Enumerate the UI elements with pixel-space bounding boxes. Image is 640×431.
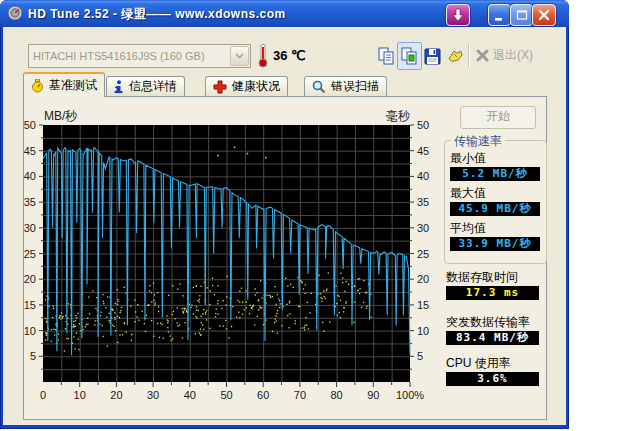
svg-text:毫秒: 毫秒 [386,109,410,123]
exit-label: 退出(X) [493,47,533,64]
svg-text:90: 90 [367,389,379,401]
minimize-icon [493,8,507,22]
svg-text:15: 15 [24,299,36,311]
benchmark-chart: 5510101515202025253030353540404545505001… [20,108,440,408]
svg-text:30: 30 [147,389,159,401]
svg-text:10: 10 [24,325,36,337]
stat-access-label: 数据存取时间 [446,269,518,286]
options-button[interactable] [443,42,468,70]
svg-text:0: 0 [40,389,46,401]
stat-avg-value: 33.9 MB/秒 [450,237,540,251]
svg-text:30: 30 [417,222,429,234]
stat-burst-label: 突发数据传输率 [446,314,530,331]
svg-text:50: 50 [417,119,429,131]
options-icon [446,47,465,66]
svg-text:5: 5 [417,350,423,362]
svg-text:20: 20 [110,389,122,401]
temperature-readout: 36 ℃ [273,48,306,63]
svg-text:10: 10 [74,389,86,401]
tab-info[interactable]: 信息详情 [106,76,185,96]
svg-text:30: 30 [24,222,36,234]
stat-avg-label: 平均值 [450,220,486,237]
save-icon [423,47,442,66]
benchmark-icon [31,79,44,93]
close-button[interactable] [532,4,556,26]
thermometer-icon [257,43,269,68]
download-button[interactable] [446,4,470,26]
svg-text:40: 40 [184,389,196,401]
stat-max-label: 最大值 [450,185,486,202]
copy-screenshot-button[interactable] [397,42,422,70]
svg-text:40: 40 [417,170,429,182]
svg-text:10: 10 [417,325,429,337]
maximize-icon [515,8,529,22]
stat-cpu-value: 3.6% [446,372,539,386]
window-title: HD Tune 2.52 - 绿盟—— www.xdowns.com [28,6,286,23]
stat-min-value: 5.2 MB/秒 [450,167,540,181]
stat-cpu-label: CPU 使用率 [446,355,511,372]
combo-dropdown-button[interactable] [230,46,249,66]
svg-text:20: 20 [417,273,429,285]
info-icon [114,80,124,94]
health-icon [213,80,227,94]
close-icon [537,8,551,22]
tab-error-scan[interactable]: 错误扫描 [304,76,387,96]
tab-benchmark[interactable]: 基准测试 [23,72,105,97]
svg-text:40: 40 [24,170,36,182]
stat-burst-value: 83.4 MB/秒 [446,331,539,345]
svg-text:60: 60 [257,389,269,401]
temperature-value: 36 [273,48,287,63]
toolbar-separator [468,44,470,67]
stat-max-value: 45.9 MB/秒 [450,202,540,216]
tab-label: 基准测试 [49,77,97,94]
stat-access-value: 17.3 ms [446,286,539,300]
tab-health[interactable]: 健康状况 [205,76,288,96]
svg-text:45: 45 [417,145,429,157]
save-button[interactable] [420,42,445,70]
screenshot-stage: HD Tune 2.52 - 绿盟—— www.xdowns.com [0,0,640,431]
groupbox-title: 传输速率 [451,133,505,150]
svg-text:5: 5 [30,350,36,362]
svg-text:80: 80 [330,389,342,401]
copy-button[interactable] [374,42,399,70]
maximize-button[interactable] [510,4,533,26]
svg-text:35: 35 [24,196,36,208]
drive-select-combo[interactable]: HITACHI HTS541616J9S (160 GB) [28,44,251,68]
svg-text:35: 35 [417,196,429,208]
tab-label: 错误扫描 [331,78,379,95]
chevron-down-icon [235,53,244,59]
svg-text:45: 45 [24,145,36,157]
download-arrow-icon [451,8,465,22]
titlebar[interactable]: HD Tune 2.52 - 绿盟—— www.xdowns.com [0,0,569,27]
drive-select-value: HITACHI HTS541616J9S (160 GB) [29,50,230,62]
tab-label: 信息详情 [129,78,177,95]
axis-unit-labels: MB/秒毫秒 [44,109,410,123]
svg-text:20: 20 [24,273,36,285]
app-icon [7,5,23,21]
svg-text:MB/秒: MB/秒 [44,109,77,123]
copy-icon [377,47,396,66]
magnifier-icon [312,80,326,94]
svg-text:70: 70 [294,389,306,401]
svg-text:25: 25 [24,248,36,260]
start-button[interactable]: 开始 [460,106,536,129]
svg-text:50: 50 [220,389,232,401]
svg-text:25: 25 [417,248,429,260]
svg-text:100%: 100% [396,389,424,401]
minimize-button[interactable] [488,4,511,26]
tab-label: 健康状况 [232,78,280,95]
temperature-unit: ℃ [291,48,306,63]
copy-image-icon [400,47,419,66]
svg-text:15: 15 [417,299,429,311]
svg-text:50: 50 [24,119,36,131]
exit-x-icon [476,49,489,62]
stat-min-label: 最小值 [450,150,486,167]
exit-button[interactable]: 退出(X) [476,47,533,64]
